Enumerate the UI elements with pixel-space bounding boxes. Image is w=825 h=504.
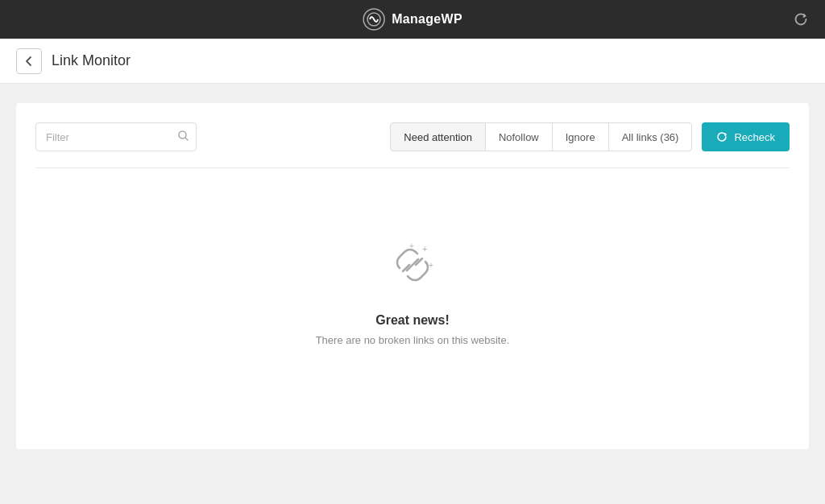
managewp-logo-icon (363, 8, 385, 31)
empty-state: + + + Great news! There are no broken li… (35, 168, 790, 395)
filter-input-wrapper (35, 122, 197, 151)
topbar-refresh-button[interactable] (790, 8, 812, 31)
tab-ignore[interactable]: Ignore (552, 122, 609, 151)
back-button[interactable] (16, 48, 42, 74)
main-content: Need attention Nofollow Ignore All links… (0, 84, 825, 504)
svg-text:+: + (422, 244, 427, 254)
toolbar: Need attention Nofollow Ignore All links… (35, 122, 790, 151)
tab-all-links[interactable]: All links (36) (608, 122, 693, 151)
recheck-label: Recheck (734, 131, 775, 143)
tabs-group: Need attention Nofollow Ignore All links… (390, 122, 692, 151)
toolbar-right: Need attention Nofollow Ignore All links… (390, 122, 790, 151)
recheck-icon (716, 131, 728, 143)
filter-input[interactable] (35, 122, 197, 151)
tab-need-attention[interactable]: Need attention (390, 122, 486, 151)
svg-text:+: + (429, 261, 433, 270)
search-icon (178, 130, 189, 143)
content-card: Need attention Nofollow Ignore All links… (16, 103, 809, 449)
page-title: Link Monitor (52, 52, 131, 69)
back-arrow-icon (23, 56, 35, 67)
empty-state-title: Great news! (375, 313, 450, 328)
recheck-button[interactable]: Recheck (702, 122, 790, 151)
topbar-logo: ManageWP (363, 8, 462, 31)
tab-nofollow[interactable]: Nofollow (485, 122, 553, 151)
topbar-logo-text: ManageWP (392, 12, 462, 27)
page-header: Link Monitor (0, 39, 825, 84)
empty-state-description: There are no broken links on this websit… (316, 334, 510, 346)
broken-links-empty-icon: + + + (380, 233, 445, 297)
topbar: ManageWP (0, 0, 825, 39)
refresh-icon (793, 11, 809, 27)
